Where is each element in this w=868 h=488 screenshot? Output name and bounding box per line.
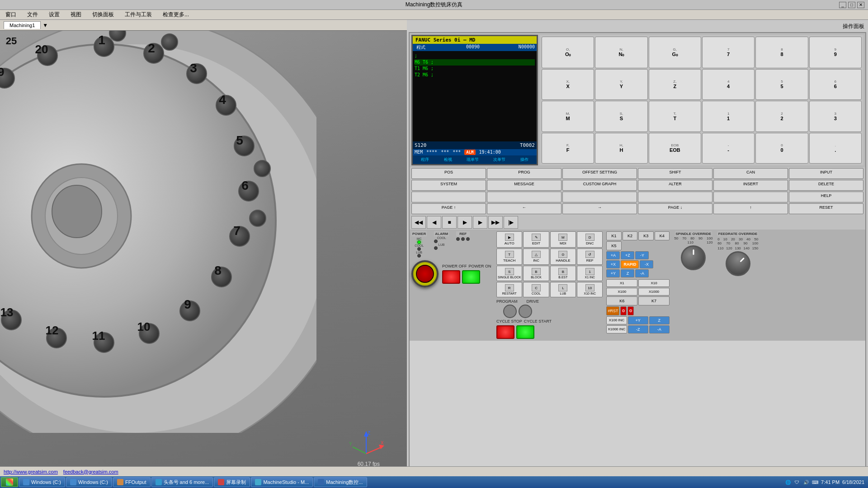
numpad-key-8[interactable]: Z,Z	[649, 69, 701, 100]
x100-button[interactable]: X100	[606, 288, 637, 296]
numpad-key-15[interactable]: 1 1	[702, 101, 755, 132]
next-next-button[interactable]: ▶▶	[488, 216, 503, 229]
minus-y-button[interactable]: -Y	[635, 251, 649, 259]
feedrate-override-knob[interactable]	[720, 246, 755, 282]
cycle-stop-button[interactable]	[496, 325, 514, 339]
numpad-key-16[interactable]: 2 2	[755, 101, 808, 132]
func-key-19[interactable]: ←	[487, 203, 561, 214]
func-key-1[interactable]: PROG	[487, 168, 561, 179]
mode-mdi[interactable]: M MDI	[550, 231, 576, 248]
menu-settings[interactable]: 设置	[47, 11, 61, 19]
cycle-start-button[interactable]	[516, 325, 534, 339]
numpad-key-22[interactable]: 0 0	[755, 133, 808, 164]
mode-ref[interactable]: ↺ REF	[577, 249, 603, 265]
minus-a-button[interactable]: -A	[635, 269, 649, 277]
menu-view[interactable]: 视图	[69, 11, 83, 19]
screen-nav[interactable]: 程序 检视 现单节 次单节 操作	[413, 155, 537, 164]
numpad-key-0[interactable]: O,O₀	[542, 37, 594, 68]
k6-btn-2[interactable]: K6	[606, 296, 637, 305]
numpad-key-13[interactable]: S,S	[595, 101, 647, 132]
nav-operate[interactable]: 操作	[519, 156, 530, 163]
emergency-stop-button[interactable]	[411, 260, 439, 287]
rapid-button[interactable]: RAPID	[621, 260, 639, 268]
mode-teach[interactable]: T TEACH	[496, 249, 522, 265]
viewport-dropdown[interactable]: ▼	[42, 22, 48, 28]
cool-drive-button[interactable]: C COOL	[523, 282, 549, 297]
numpad-key-19[interactable]: H,H	[595, 133, 647, 164]
minus-x-button[interactable]: -X	[640, 260, 653, 268]
func-key-16[interactable]	[713, 192, 788, 202]
plus-z-button[interactable]: +Z	[621, 251, 634, 259]
start-button[interactable]	[1, 477, 18, 487]
reset-button[interactable]: #RST	[606, 306, 619, 315]
end-button[interactable]: |▶	[504, 216, 518, 229]
k1-button[interactable]: K1	[606, 231, 621, 240]
mode-dnc[interactable]: D DNC	[577, 231, 603, 248]
stop-button[interactable]: ■	[442, 216, 457, 229]
minus-a-2[interactable]: -A	[649, 325, 670, 333]
nav-current[interactable]: 现单节	[465, 156, 480, 163]
func-key-13[interactable]	[487, 192, 561, 202]
nav-program[interactable]: 程序	[420, 156, 430, 163]
numpad-key-5[interactable]: 9 9	[809, 37, 862, 68]
mode-edit[interactable]: ✎ EDIT	[523, 231, 549, 248]
plus-a-button[interactable]: +A	[606, 251, 620, 259]
numpad-key-4[interactable]: 8 8	[755, 37, 808, 68]
x1-button[interactable]: X1	[606, 279, 637, 287]
z-button[interactable]: Z	[621, 269, 634, 277]
func-key-6[interactable]: SYSTEM	[411, 180, 486, 191]
play-button[interactable]: ▶	[458, 216, 472, 229]
x10-button[interactable]: X10	[638, 279, 670, 287]
prev-button[interactable]: ◀	[427, 216, 441, 229]
k3-button[interactable]: K3	[638, 231, 653, 240]
taskbar-windows-c-1[interactable]: Windows (C:)	[19, 477, 65, 487]
best-speed-button[interactable]: B B.EST	[550, 266, 576, 281]
menu-workpiece[interactable]: 工件与工装	[123, 11, 154, 19]
func-key-7[interactable]: MESSAGE	[487, 180, 561, 191]
numpad-key-7[interactable]: Y,Y	[595, 69, 647, 100]
taskbar-headlines[interactable]: 头条号 and 6 more...	[151, 477, 213, 487]
func-key-15[interactable]	[638, 192, 712, 202]
k5-button[interactable]: K5	[606, 241, 621, 250]
menu-more[interactable]: 检查更多...	[161, 11, 191, 19]
z-2[interactable]: Z	[649, 316, 670, 324]
func-key-11[interactable]: DELETE	[789, 180, 863, 191]
spindle-override-knob[interactable]	[681, 245, 706, 270]
k7-btn-2[interactable]: K7	[638, 296, 670, 305]
numpad-key-9[interactable]: 4 4	[702, 69, 755, 100]
func-key-9[interactable]: ALTER	[638, 180, 712, 191]
numpad-key-17[interactable]: 3 3	[809, 101, 862, 132]
taskbar-machine-studio[interactable]: MachineStudio - M...	[251, 477, 313, 487]
plus-y-2[interactable]: +Y	[628, 316, 648, 324]
func-key-10[interactable]: INSERT	[713, 180, 788, 191]
minimize-button[interactable]: _	[839, 2, 846, 8]
menu-window[interactable]: 窗口	[4, 11, 18, 19]
func-key-3[interactable]: SHIFT	[638, 168, 712, 179]
viewport-tab-label[interactable]: Machining1	[4, 21, 41, 29]
website-link[interactable]: http://www.greatsim.com	[4, 469, 58, 474]
x100-inc-2[interactable]: X100 INC	[606, 316, 627, 324]
numpad-key-10[interactable]: 5 5	[755, 69, 808, 100]
nav-next[interactable]: 次单节	[492, 156, 507, 163]
viewport[interactable]: Machining1 ▼	[0, 20, 407, 476]
x1-inc-button[interactable]: 1 X1 INC	[577, 266, 603, 281]
numpad-key-1[interactable]: N,N₀	[595, 37, 647, 68]
single-block-button[interactable]: S SINGLE BLOCK	[496, 266, 522, 281]
func-key-18[interactable]: PAGE ↑	[411, 203, 486, 214]
numpad-key-23[interactable]: ..	[809, 133, 862, 164]
mode-auto[interactable]: ▶ AUTO	[496, 231, 522, 248]
func-key-12[interactable]	[411, 192, 486, 202]
block-skip-button[interactable]: B BLOCK	[523, 266, 549, 281]
numpad-key-18[interactable]: F,F	[542, 133, 594, 164]
maximize-button[interactable]: □	[848, 2, 855, 8]
nav-check[interactable]: 检视	[443, 156, 453, 163]
numpad-key-2[interactable]: G,G₀	[649, 37, 701, 68]
plus-x-button[interactable]: +X	[606, 260, 620, 268]
numpad-key-3[interactable]: 7 7	[702, 37, 755, 68]
func-key-22[interactable]: ↑	[713, 203, 788, 214]
power-on-button[interactable]	[462, 270, 480, 284]
func-key-21[interactable]: PAGE ↓	[638, 203, 712, 214]
plus-y-button[interactable]: +Y	[606, 269, 620, 277]
3d-scene[interactable]: 1 2 3 4 5 6 7 8 9 10 11 12 13 14 15 16 1…	[0, 31, 407, 476]
close-button[interactable]: ✕	[857, 2, 864, 8]
